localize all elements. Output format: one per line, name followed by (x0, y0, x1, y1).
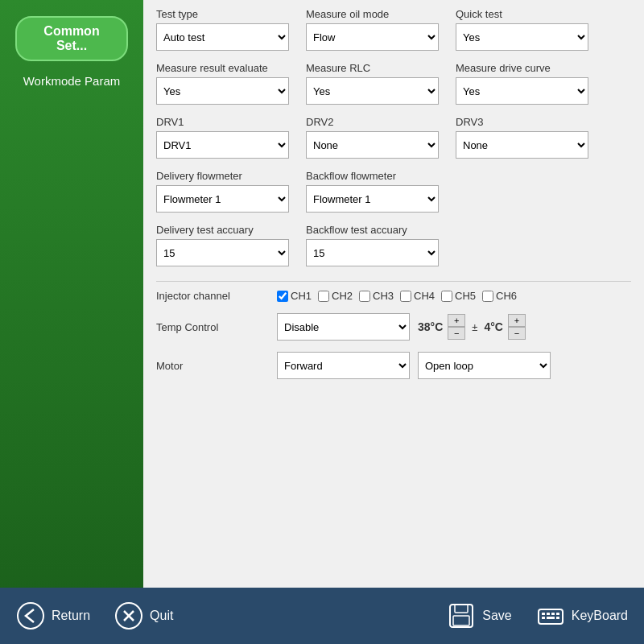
temp-value-group: 38°C + − ± 4°C + − (418, 314, 526, 340)
channel-ch1-checkbox[interactable] (277, 291, 288, 302)
motor-mode-select[interactable]: Open loop Closed loop (418, 352, 551, 379)
svg-rect-14 (556, 617, 559, 619)
delivery-flowmeter-group: Delivery flowmeter Flowmeter 1 Flowmeter… (156, 170, 293, 213)
quick-test-label: Quick test (456, 8, 592, 20)
measure-oil-mode-label: Measure oil mode (306, 8, 443, 20)
channel-ch3-label: CH3 (373, 290, 394, 302)
drv1-group: DRV1 DRV1 DRV2 DRV3 None (156, 116, 293, 159)
bottom-bar: Return Quit Save (0, 588, 644, 644)
channel-ch3: CH3 (359, 290, 394, 302)
motor-direction-select[interactable]: Forward Reverse (277, 352, 410, 379)
measure-result-evaluate-select[interactable]: Yes No (156, 77, 289, 105)
svg-rect-8 (542, 613, 545, 615)
drv1-label: DRV1 (156, 116, 293, 128)
drv2-label: DRV2 (306, 116, 443, 128)
measure-rlc-group: Measure RLC Yes No (306, 62, 443, 105)
keyboard-label: KeyBoard (572, 609, 628, 623)
workmode-param-item[interactable]: Workmode Param (23, 74, 121, 88)
keyboard-icon (536, 601, 565, 630)
keyboard-button[interactable]: KeyBoard (536, 601, 628, 630)
sidebar: Common Set... Workmode Param (0, 0, 143, 644)
backflow-test-accuary-select[interactable]: 15 10 5 (306, 239, 439, 266)
temp-control-label: Temp Control (156, 321, 261, 333)
channel-ch1: CH1 (277, 290, 312, 302)
channel-ch6: CH6 (482, 290, 517, 302)
measure-drive-curve-label: Measure drive curve (456, 62, 592, 74)
measure-oil-mode-select[interactable]: Flow Pressure (306, 23, 439, 51)
channel-ch6-checkbox[interactable] (482, 291, 493, 302)
channel-ch4-label: CH4 (414, 290, 435, 302)
test-type-group: Test type Auto test Manual test (156, 8, 293, 51)
delivery-flowmeter-select[interactable]: Flowmeter 1 Flowmeter 2 (156, 185, 289, 213)
measure-oil-mode-group: Measure oil mode Flow Pressure (306, 8, 443, 51)
channel-ch2-checkbox[interactable] (318, 291, 329, 302)
svg-rect-12 (542, 617, 545, 619)
save-button[interactable]: Save (447, 601, 511, 630)
delivery-test-accuary-group: Delivery test accuary 15 10 5 (156, 224, 293, 266)
test-type-select[interactable]: Auto test Manual test (156, 23, 289, 51)
temp-increment-button[interactable]: + (448, 314, 465, 327)
test-type-label: Test type (156, 8, 293, 20)
common-set-button[interactable]: Common Set... (15, 16, 128, 61)
backflow-flowmeter-group: Backflow flowmeter Flowmeter 1 Flowmeter… (306, 170, 443, 213)
backflow-test-accuary-label: Backflow test accuary (306, 224, 443, 236)
backflow-flowmeter-select[interactable]: Flowmeter 1 Flowmeter 2 (306, 185, 439, 213)
drv3-select[interactable]: None DRV1 DRV2 DRV3 (456, 131, 588, 159)
quit-button[interactable]: Quit (114, 601, 173, 630)
backflow-flowmeter-label: Backflow flowmeter (306, 170, 443, 182)
measure-drive-curve-group: Measure drive curve Yes No (456, 62, 592, 105)
svg-rect-6 (453, 616, 469, 625)
temp-decrement-button[interactable]: − (448, 327, 465, 340)
temp-control-select[interactable]: Disable Enable (277, 313, 410, 341)
temp-control-row: Temp Control Disable Enable 38°C + − ± 4… (156, 313, 631, 341)
channel-ch5-checkbox[interactable] (441, 291, 452, 302)
main-content: Test type Auto test Manual test Measure … (143, 0, 644, 644)
drv2-select[interactable]: None DRV1 DRV2 DRV3 (306, 131, 439, 159)
quit-icon (114, 601, 143, 630)
motor-label: Motor (156, 360, 261, 372)
channel-ch5: CH5 (441, 290, 476, 302)
quit-label: Quit (150, 609, 173, 623)
channel-ch5-label: CH5 (455, 290, 476, 302)
tolerance-increment-button[interactable]: + (508, 314, 526, 327)
channel-ch1-label: CH1 (291, 290, 312, 302)
channel-list: CH1 CH2 CH3 CH4 (277, 290, 517, 302)
temp-value-display: 38°C (418, 320, 443, 333)
backflow-test-accuary-group: Backflow test accuary 15 10 5 (306, 224, 443, 266)
quick-test-group: Quick test Yes No (456, 8, 592, 51)
channel-ch2-label: CH2 (332, 290, 353, 302)
tolerance-value-display: 4°C (484, 320, 503, 333)
drv3-label: DRV3 (456, 116, 592, 128)
measure-rlc-select[interactable]: Yes No (306, 77, 439, 105)
tolerance-stepper: + − (508, 314, 526, 340)
svg-rect-13 (547, 617, 555, 619)
measure-result-evaluate-label: Measure result evaluate (156, 62, 293, 74)
return-button[interactable]: Return (16, 601, 90, 630)
measure-rlc-label: Measure RLC (306, 62, 443, 74)
svg-rect-9 (547, 613, 550, 615)
svg-point-0 (18, 603, 43, 629)
channel-ch6-label: CH6 (496, 290, 517, 302)
tolerance-symbol: ± (472, 321, 477, 333)
injector-channel-label: Injector channel (156, 290, 261, 302)
drv3-group: DRV3 None DRV1 DRV2 DRV3 (456, 116, 592, 159)
save-icon (447, 601, 476, 630)
measure-drive-curve-select[interactable]: Yes No (456, 77, 588, 105)
svg-rect-10 (551, 613, 555, 615)
svg-rect-11 (556, 613, 559, 615)
temp-stepper: + − (448, 314, 465, 340)
quick-test-select[interactable]: Yes No (456, 23, 588, 51)
measure-result-evaluate-group: Measure result evaluate Yes No (156, 62, 293, 105)
tolerance-decrement-button[interactable]: − (508, 327, 526, 340)
channel-ch3-checkbox[interactable] (359, 291, 370, 302)
svg-rect-5 (455, 605, 468, 613)
return-icon (16, 601, 45, 630)
delivery-flowmeter-label: Delivery flowmeter (156, 170, 293, 182)
delivery-test-accuary-label: Delivery test accuary (156, 224, 293, 236)
drv1-select[interactable]: DRV1 DRV2 DRV3 None (156, 131, 289, 159)
return-label: Return (52, 609, 90, 623)
bottom-bar-right: Save KeyBoard (447, 601, 628, 630)
channel-ch4-checkbox[interactable] (400, 291, 411, 302)
delivery-test-accuary-select[interactable]: 15 10 5 (156, 239, 289, 266)
channel-ch2: CH2 (318, 290, 353, 302)
